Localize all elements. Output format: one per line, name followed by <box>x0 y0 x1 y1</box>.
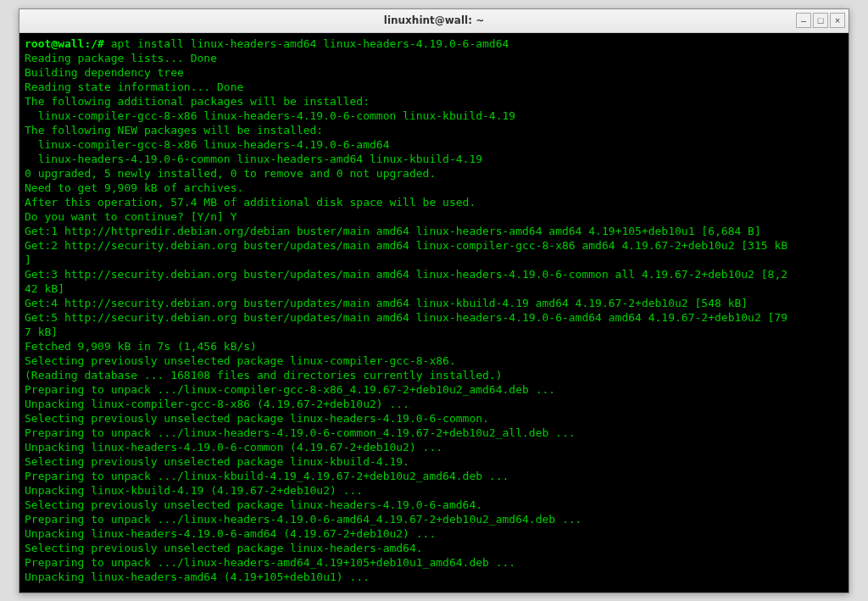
output-line: Unpacking linux-headers-amd64 (4.19+105+… <box>25 570 843 584</box>
output-line: Building dependency tree <box>25 65 843 80</box>
output-line: Selecting previously unselected package … <box>25 498 843 512</box>
output-line: The following NEW packages will be insta… <box>25 123 843 137</box>
window-title: linuxhint@wall: ~ <box>384 14 484 26</box>
output-line: Need to get 9,909 kB of archives. <box>25 181 843 195</box>
output-line: Selecting previously unselected package … <box>25 454 843 469</box>
output-line: Selecting previously unselected package … <box>25 541 843 555</box>
output-line: linux-compiler-gcc-8-x86 linux-headers-4… <box>25 137 843 152</box>
minimize-button[interactable]: – <box>796 13 811 28</box>
output-line: Do you want to continue? [Y/n] Y <box>25 209 843 224</box>
output-line: The following additional packages will b… <box>25 94 843 109</box>
output-line: After this operation, 57.4 MB of additio… <box>25 195 843 209</box>
output-line: 42 kB] <box>25 281 843 296</box>
terminal-viewport[interactable]: root@wall:/# apt install linux-headers-a… <box>19 33 849 593</box>
output-line: Fetched 9,909 kB in 7s (1,456 kB/s) <box>25 339 843 353</box>
output-line: Reading package lists... Done <box>25 51 843 65</box>
titlebar[interactable]: linuxhint@wall: ~ – □ × <box>19 9 849 33</box>
output-line: Reading state information... Done <box>25 80 843 94</box>
output-line: Preparing to unpack .../linux-kbuild-4.1… <box>25 469 843 483</box>
output-line: linux-headers-4.19.0-6-common linux-head… <box>25 152 843 166</box>
output-line: Selecting previously unselected package … <box>25 353 843 368</box>
output-line: Unpacking linux-kbuild-4.19 (4.19.67-2+d… <box>25 483 843 498</box>
prompt-text: root@wall:/# <box>25 37 111 50</box>
output-line: Preparing to unpack .../linux-compiler-g… <box>25 382 843 397</box>
output-line: Unpacking linux-compiler-gcc-8-x86 (4.19… <box>25 397 843 411</box>
output-line: 0 upgraded, 5 newly installed, 0 to remo… <box>25 166 843 181</box>
output-line: Selecting previously unselected package … <box>25 411 843 426</box>
output-line: Get:1 http://httpredir.debian.org/debian… <box>25 224 843 238</box>
output-line: Get:5 http://security.debian.org buster/… <box>25 310 843 325</box>
output-line: Preparing to unpack .../linux-headers-4.… <box>25 426 843 440</box>
output-line: Preparing to unpack .../linux-headers-am… <box>25 555 843 570</box>
output-line: Get:3 http://security.debian.org buster/… <box>25 267 843 281</box>
output-line: Get:4 http://security.debian.org buster/… <box>25 296 843 310</box>
output-line: ] <box>25 253 843 267</box>
prompt-line: root@wall:/# apt install linux-headers-a… <box>25 36 843 51</box>
output-line: Get:2 http://security.debian.org buster/… <box>25 238 843 253</box>
close-button[interactable]: × <box>830 13 845 28</box>
output-line: Unpacking linux-headers-4.19.0-6-common … <box>25 440 843 454</box>
terminal-output: Reading package lists... DoneBuilding de… <box>25 51 843 584</box>
output-line: (Reading database ... 168108 files and d… <box>25 368 843 382</box>
maximize-button[interactable]: □ <box>813 13 828 28</box>
terminal-window: linuxhint@wall: ~ – □ × root@wall:/# apt… <box>19 8 849 593</box>
output-line: 7 kB] <box>25 325 843 339</box>
output-line: Unpacking linux-headers-4.19.0-6-amd64 (… <box>25 526 843 541</box>
window-controls: – □ × <box>796 13 845 28</box>
command-text: apt install linux-headers-amd64 linux-he… <box>111 37 509 50</box>
output-line: Preparing to unpack .../linux-headers-4.… <box>25 512 843 526</box>
output-line: linux-compiler-gcc-8-x86 linux-headers-4… <box>25 109 843 123</box>
